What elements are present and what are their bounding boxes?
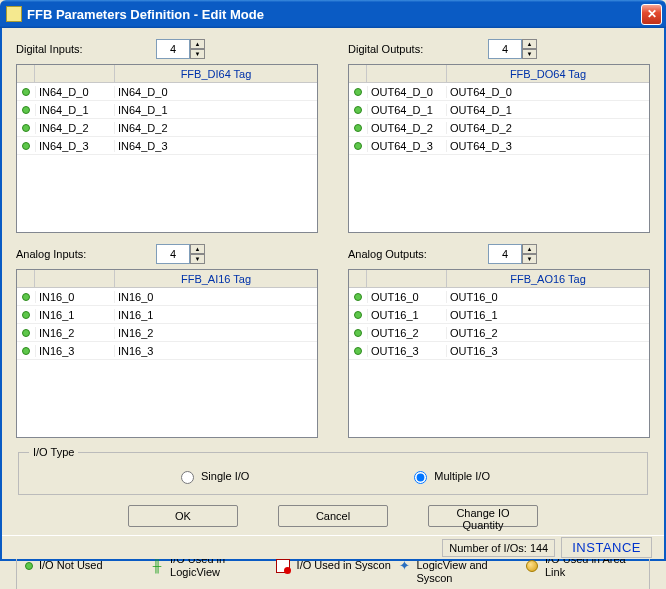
ai-table: FFB_AI16 TagIN16_0IN16_0IN16_1IN16_1IN16… [16, 269, 318, 438]
ok-button[interactable]: OK [128, 505, 238, 527]
close-button[interactable]: ✕ [641, 4, 662, 25]
do-table: FFB_DO64 TagOUT64_D_0OUT64_D_0OUT64_D_1O… [348, 64, 650, 233]
table-row[interactable]: OUT16_2OUT16_2 [349, 324, 649, 342]
table-row[interactable]: OUT64_D_3OUT64_D_3 [349, 137, 649, 155]
digital-inputs-section: Digital Inputs:▲▼FFB_DI64 TagIN64_D_0IN6… [16, 38, 318, 233]
table-row[interactable]: IN64_D_2IN64_D_2 [17, 119, 317, 137]
do-label: Digital Outputs: [348, 43, 458, 55]
do-tag-header: FFB_DO64 Tag [447, 68, 649, 80]
analog-outputs-section: Analog Outputs:▲▼FFB_AO16 TagOUT16_0OUT1… [348, 243, 650, 438]
di-spin-down[interactable]: ▼ [190, 49, 205, 59]
dot-icon [22, 311, 30, 319]
change-io-quantity-button[interactable]: Change IO Quantity [428, 505, 538, 527]
table-row[interactable]: IN16_2IN16_2 [17, 324, 317, 342]
table-row[interactable]: OUT64_D_2OUT64_D_2 [349, 119, 649, 137]
dot-icon [22, 347, 30, 355]
table-row[interactable]: IN64_D_0IN64_D_0 [17, 83, 317, 101]
legend-syscon: I/O Used in Syscon [297, 559, 391, 572]
ai-label: Analog Inputs: [16, 248, 126, 260]
row-name: IN16_3 [35, 345, 115, 357]
row-name: IN64_D_2 [35, 122, 115, 134]
dot-icon [354, 347, 362, 355]
table-row[interactable]: IN16_1IN16_1 [17, 306, 317, 324]
row-name: OUT64_D_0 [367, 86, 447, 98]
dot-icon [22, 124, 30, 132]
ai-count-input[interactable] [156, 244, 190, 264]
multiple-io-radio[interactable]: Multiple I/O [409, 468, 490, 484]
dot-icon [22, 142, 30, 150]
row-tag: IN64_D_2 [115, 122, 317, 134]
row-name: OUT16_1 [367, 309, 447, 321]
status-io-count: Number of I/Os: 144 [442, 539, 555, 557]
dot-icon [354, 329, 362, 337]
row-name: IN64_D_1 [35, 104, 115, 116]
row-tag: OUT64_D_1 [447, 104, 649, 116]
row-tag: OUT64_D_2 [447, 122, 649, 134]
row-tag: IN16_2 [115, 327, 317, 339]
row-tag: IN16_0 [115, 291, 317, 303]
row-tag: OUT16_1 [447, 309, 649, 321]
table-row[interactable]: IN64_D_3IN64_D_3 [17, 137, 317, 155]
ao-spin-up[interactable]: ▲ [522, 244, 537, 254]
table-row[interactable]: OUT16_0OUT16_0 [349, 288, 649, 306]
ao-label: Analog Outputs: [348, 248, 458, 260]
row-name: IN16_0 [35, 291, 115, 303]
dot-icon [354, 293, 362, 301]
di-count-input[interactable] [156, 39, 190, 59]
single-io-radio-input[interactable] [181, 471, 194, 484]
row-tag: IN64_D_1 [115, 104, 317, 116]
dot-icon [354, 88, 362, 96]
dot-icon [22, 329, 30, 337]
table-row[interactable]: OUT64_D_0OUT64_D_0 [349, 83, 649, 101]
row-tag: OUT64_D_3 [447, 140, 649, 152]
do-spin-down[interactable]: ▼ [522, 49, 537, 59]
di-label: Digital Inputs: [16, 43, 126, 55]
dot-icon [354, 142, 362, 150]
row-name: IN64_D_0 [35, 86, 115, 98]
row-name: OUT16_3 [367, 345, 447, 357]
table-row[interactable]: OUT16_3OUT16_3 [349, 342, 649, 360]
legend-not-used: I/O Not Used [39, 559, 103, 572]
statusbar: Number of I/Os: 144 INSTANCE [2, 535, 664, 559]
ao-tag-header: FFB_AO16 Tag [447, 273, 649, 285]
dot-icon [354, 311, 362, 319]
row-name: OUT64_D_3 [367, 140, 447, 152]
cancel-button[interactable]: Cancel [278, 505, 388, 527]
table-row[interactable]: OUT16_1OUT16_1 [349, 306, 649, 324]
do-spin-up[interactable]: ▲ [522, 39, 537, 49]
row-name: OUT64_D_2 [367, 122, 447, 134]
table-row[interactable]: IN64_D_1IN64_D_1 [17, 101, 317, 119]
titlebar: FFB Parameters Definition - Edit Mode ✕ [0, 0, 666, 28]
table-row[interactable]: IN16_3IN16_3 [17, 342, 317, 360]
io-type-group: I/O Type Single I/O Multiple I/O [18, 446, 648, 495]
window-title: FFB Parameters Definition - Edit Mode [27, 7, 641, 22]
digital-outputs-section: Digital Outputs:▲▼FFB_DO64 TagOUT64_D_0O… [348, 38, 650, 233]
arealink-icon [524, 558, 539, 574]
dot-icon [354, 124, 362, 132]
row-name: IN16_1 [35, 309, 115, 321]
do-count-input[interactable] [488, 39, 522, 59]
row-tag: IN16_1 [115, 309, 317, 321]
dot-icon [22, 106, 30, 114]
ai-spin-up[interactable]: ▲ [190, 244, 205, 254]
syscon-icon [275, 558, 291, 574]
row-name: OUT64_D_1 [367, 104, 447, 116]
analog-inputs-section: Analog Inputs:▲▼FFB_AI16 TagIN16_0IN16_0… [16, 243, 318, 438]
ai-spin-down[interactable]: ▼ [190, 254, 205, 264]
single-io-radio[interactable]: Single I/O [176, 468, 249, 484]
app-icon [6, 6, 22, 22]
row-tag: IN64_D_3 [115, 140, 317, 152]
row-tag: OUT16_0 [447, 291, 649, 303]
status-mode: INSTANCE [561, 537, 652, 558]
logicview-icon: ╫ [150, 558, 164, 574]
multiple-io-radio-input[interactable] [414, 471, 427, 484]
ao-spin-down[interactable]: ▼ [522, 254, 537, 264]
ao-count-input[interactable] [488, 244, 522, 264]
di-tag-header: FFB_DI64 Tag [115, 68, 317, 80]
di-spin-up[interactable]: ▲ [190, 39, 205, 49]
dot-icon [354, 106, 362, 114]
multiple-io-label: Multiple I/O [434, 470, 490, 482]
table-row[interactable]: IN16_0IN16_0 [17, 288, 317, 306]
row-tag: OUT16_2 [447, 327, 649, 339]
table-row[interactable]: OUT64_D_1OUT64_D_1 [349, 101, 649, 119]
